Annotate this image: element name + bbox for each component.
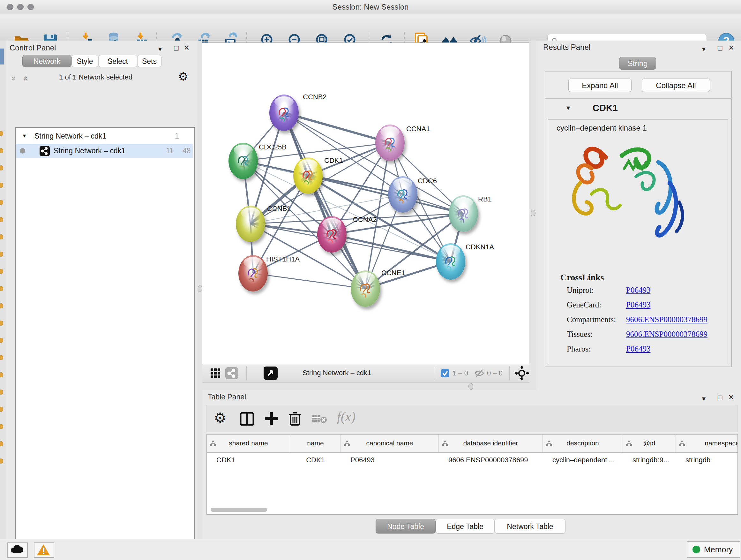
network-view-toolbar: String Network – cdk1 1 – 0 0 – 0 [202,364,529,383]
tab-network[interactable]: Network [22,55,71,67]
table-toolbar: ⚙ f(x) [206,405,738,432]
protein-node-cdc25b[interactable] [228,143,258,179]
birds-eye-view-icon[interactable] [211,368,220,378]
column-header-sharedname[interactable]: shared name [207,435,290,453]
right-splitter-handle[interactable] [531,210,536,216]
network-collection-row[interactable]: ▾ String Network – cdk1 1 [16,129,193,144]
application-window: Session: New Session [0,0,741,560]
string-network-icon [40,146,50,156]
tab-string[interactable]: String [619,57,656,70]
network-tree: ▾ String Network – cdk1 1 String Network… [15,127,195,560]
expand-all-button[interactable]: Expand All [568,78,631,92]
close-panel-icon[interactable]: ✕ [728,44,734,52]
collapse-all-button[interactable]: Collapse All [642,78,710,92]
protein-node-ccna2[interactable] [317,216,347,253]
export-view-icon[interactable] [264,367,278,380]
crosslink-link[interactable]: 9606.ENSP00000378699 [626,330,708,339]
delete-column-icon[interactable] [288,412,301,426]
float-panel-icon[interactable]: ▾ [702,45,705,53]
bottom-splitter[interactable] [202,382,529,390]
crosslink-link[interactable]: P06493 [626,345,650,354]
tab-network-table[interactable]: Network Table [495,519,565,534]
expander-icon[interactable]: ▾ [23,132,26,139]
crosslink-link[interactable]: P06493 [626,286,650,295]
network-edge[interactable] [284,113,390,143]
table-cell[interactable]: 9606.ENSP00000378699 [439,453,542,468]
column-header-id[interactable]: @id [623,435,676,453]
tab-node-table[interactable]: Node Table [376,519,435,534]
collapse-all-icon[interactable]: » [9,76,19,80]
results-buttons-box: Expand All Collapse All [545,71,732,100]
expand-all-icon[interactable]: » [20,76,30,80]
status-separator [246,366,247,380]
column-header-databaseidentifier[interactable]: database identifier [439,435,543,453]
pan-crosshair-icon[interactable] [515,366,529,381]
node-label-cdkn1a: CDKN1A [466,243,494,251]
crosslink-link[interactable]: P06493 [626,300,650,309]
column-header-canonicalname[interactable]: canonical name [341,435,439,453]
node-count: 11 [166,146,174,155]
table-cell[interactable]: CDK1 [290,453,340,468]
network-edge[interactable] [308,176,463,213]
close-panel-icon[interactable]: ✕ [728,393,734,401]
column-header-description[interactable]: description [543,435,623,453]
table-cell[interactable]: stringdb:9... [623,453,676,468]
maximize-panel-icon[interactable]: ◻ [717,44,723,52]
column-header-label: canonical name [341,439,439,447]
tab-select[interactable]: Select [98,55,137,67]
warning-button[interactable] [34,543,54,558]
left-splitter-handle[interactable] [198,286,202,292]
protein-node-hist1h1a[interactable] [239,255,268,292]
table-settings-gear-icon[interactable]: ⚙ [214,410,226,426]
table-cell[interactable]: stringdb [676,453,738,468]
selected-checkbox-icon[interactable] [441,369,449,377]
node-label-ccnb1: CCNB1 [267,205,291,213]
tab-style[interactable]: Style [71,55,98,67]
tab-sets[interactable]: Sets [137,55,161,67]
left-splitter[interactable] [197,41,202,539]
network-row-selected[interactable]: String Network – cdk1 11 48 [16,144,193,159]
crosslink-link[interactable]: 9606.ENSP00000378699 [626,315,708,324]
column-header-label: namespace [676,439,738,447]
bottom-splitter-handle[interactable] [468,383,473,390]
right-splitter[interactable] [529,41,536,390]
network-view[interactable]: CCNB2CCNA1CDC25BCDK1CDC6RB1CCNB1CCNA2CDK… [202,43,529,364]
results-entry-box: ▾ CDK1 cyclin–dependent kinase 1 [545,98,732,367]
protein-node-cdc6[interactable] [388,176,417,212]
protein-node-cdk1[interactable] [293,158,323,194]
maximize-panel-icon[interactable]: ◻ [173,44,179,52]
float-panel-icon[interactable]: ▾ [702,395,705,403]
maximize-panel-icon[interactable]: ◻ [717,393,723,401]
protein-node-ccna1[interactable] [375,125,405,161]
show-columns-icon[interactable] [240,412,254,426]
table-cell[interactable]: cyclin–dependent ... [543,453,623,468]
protein-node-rb1[interactable] [449,195,478,232]
tab-edge-table[interactable]: Edge Table [435,519,495,534]
cloud-button[interactable] [7,543,28,558]
desktop-edge-dot [0,303,3,308]
network-edge[interactable] [253,273,365,289]
desktop-edge-dot [0,234,3,240]
protein-node-ccnb2[interactable] [269,95,299,131]
collapse-entry-icon[interactable]: ▾ [566,104,570,112]
add-column-icon[interactable] [265,412,278,425]
close-panel-icon[interactable]: ✕ [184,44,190,52]
column-header-name[interactable]: name [290,435,341,453]
table-horizontal-scrollbar[interactable] [211,508,267,512]
table-cell[interactable]: CDK1 [207,453,290,468]
table-panel-title: Table Panel [208,393,246,401]
gene-header-row[interactable]: ▾ CDK1 [545,99,731,119]
memory-button[interactable]: Memory [687,541,740,558]
string-style-toggle-icon[interactable] [225,367,238,379]
crosslink-label: GeneCard: [567,300,601,309]
float-panel-icon[interactable]: ▾ [158,45,162,53]
protein-node-cdkn1a[interactable] [436,243,465,280]
protein-node-ccne1[interactable] [351,270,380,307]
protein-node-ccnb1[interactable] [236,206,265,242]
gear-icon[interactable]: ⚙ [178,70,188,83]
node-table[interactable]: shared namenamecanonical namedatabase id… [206,434,738,515]
column-header-namespace[interactable]: namespace [676,435,738,453]
crosslink-label: Pharos: [567,345,591,354]
table-cell[interactable]: P06493 [341,453,439,468]
network-selected-summary: 1 of 1 Network selected [32,73,159,81]
